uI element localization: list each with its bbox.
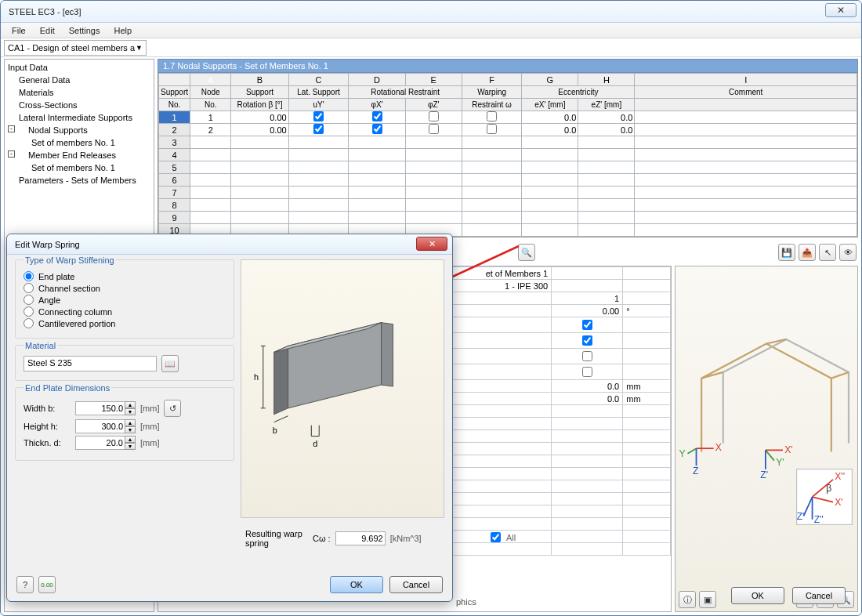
table-row[interactable]: 9 (159, 212, 857, 224)
tool-save-button[interactable]: 💾 (778, 244, 795, 261)
svg-text:Z': Z' (797, 511, 805, 522)
spin-down-icon[interactable]: ▼ (125, 408, 136, 415)
all-checkbox-row: All (487, 530, 516, 545)
grid-checkbox[interactable] (372, 124, 382, 134)
material-input[interactable]: Steel S 235 (24, 356, 157, 371)
tree-item[interactable]: Materials (8, 86, 150, 99)
zoom-details-button[interactable]: 🔍 (518, 244, 535, 261)
result-symbol: Cω : (313, 534, 331, 543)
grid-checkbox[interactable] (487, 111, 497, 121)
radio-row[interactable]: Cantilevered portion (24, 318, 226, 328)
menu-file[interactable]: File (5, 24, 32, 37)
stiffening-radio[interactable] (24, 306, 34, 317)
tree-item[interactable]: General Data (8, 74, 150, 86)
tree-expander-icon[interactable]: - (8, 125, 15, 132)
radio-label: Connecting column (38, 307, 112, 317)
tree-item[interactable]: Set of members No. 1 (8, 161, 150, 174)
dim-label: Thickn. d: (24, 438, 71, 448)
grid-checkbox[interactable] (429, 111, 439, 121)
table-row[interactable]: 110.000.00.0 (159, 111, 857, 124)
grid-checkbox[interactable] (429, 124, 439, 134)
dim-reset-button[interactable]: ↺ (164, 400, 181, 417)
tree-expander-icon[interactable]: - (8, 150, 15, 158)
dialog-ok-button[interactable]: OK (330, 576, 383, 593)
tool-view-button[interactable]: 👁 (839, 244, 857, 261)
stiffening-radio[interactable] (24, 318, 34, 328)
svg-text:b: b (273, 426, 277, 435)
radio-label: End plate (38, 272, 74, 281)
table-row[interactable]: 6 (159, 174, 857, 187)
dialog-help-button[interactable]: ? (16, 576, 34, 593)
tree-item[interactable]: Lateral Intermediate Supports (8, 111, 150, 124)
svg-line-2 (831, 372, 849, 379)
menu-settings[interactable]: Settings (63, 24, 107, 37)
edit-warp-spring-dialog: Edit Warp Spring ✕ Type of Warp Stiffeni… (6, 234, 453, 602)
stiffening-radio[interactable] (24, 283, 34, 293)
stiffening-radio[interactable] (24, 271, 34, 281)
grid-checkbox[interactable] (487, 124, 497, 134)
dim-input[interactable] (75, 419, 125, 433)
radio-row[interactable]: Connecting column (24, 306, 226, 317)
grid-checkbox[interactable] (372, 111, 382, 121)
dim-unit: [mm] (140, 438, 159, 448)
svg-line-34 (274, 416, 288, 422)
dialog-titlebar[interactable]: Edit Warp Spring ✕ (7, 234, 452, 255)
spin-up-icon[interactable]: ▲ (125, 401, 136, 408)
detail-checkbox[interactable] (582, 320, 592, 330)
menu-help[interactable]: Help (107, 24, 138, 37)
svg-text:Z: Z (693, 466, 699, 476)
dim-unit: [mm] (140, 422, 159, 431)
radio-row[interactable]: End plate (24, 271, 226, 281)
dim-input[interactable] (75, 401, 125, 415)
spin-down-icon[interactable]: ▼ (125, 443, 136, 450)
tree-item[interactable]: Set of members No. 1 (8, 136, 150, 149)
spin-up-icon[interactable]: ▲ (125, 436, 136, 443)
dialog-units-button[interactable]: 0.00 (38, 576, 56, 593)
viewer-info-button[interactable]: ⓘ (679, 591, 696, 608)
main-ok-button[interactable]: OK (731, 587, 784, 604)
radio-row[interactable]: Channel section (24, 283, 226, 293)
chevron-down-icon: ▼ (136, 44, 143, 52)
table-row[interactable]: 5 (159, 161, 857, 174)
spin-down-icon[interactable]: ▼ (125, 426, 136, 433)
table-row[interactable]: 7 (159, 187, 857, 199)
detail-checkbox[interactable] (582, 367, 592, 377)
spin-up-icon[interactable]: ▲ (125, 419, 136, 426)
material-library-button[interactable]: 📖 (161, 355, 179, 372)
dialog-cancel-button[interactable]: Cancel (389, 576, 443, 593)
detail-checkbox[interactable] (582, 335, 592, 346)
tree-item[interactable]: -Member End Releases (8, 149, 150, 161)
dim-input[interactable] (75, 436, 125, 450)
table-row[interactable]: 220.000.00.0 (159, 124, 857, 136)
close-button[interactable]: ✕ (825, 3, 857, 17)
tree-item[interactable]: Cross-Sections (8, 99, 150, 111)
detail-checkbox[interactable] (582, 351, 592, 361)
all-checkbox[interactable] (491, 532, 501, 542)
grid-checkbox[interactable] (313, 111, 324, 121)
tool-export-button[interactable]: 📤 (799, 244, 816, 261)
table-row[interactable]: 4 (159, 149, 857, 161)
table-row[interactable]: 8 (159, 199, 857, 212)
main-cancel-button[interactable]: Cancel (792, 587, 846, 604)
structure-viewer[interactable]: X Y Z X' Y' Z' X'' X (675, 266, 858, 612)
group-material-title: Material (24, 341, 57, 350)
result-value[interactable] (335, 531, 386, 545)
dialog-close-button[interactable]: ✕ (416, 237, 447, 251)
supports-grid[interactable]: ABCDEFGHI SupportNodeSupportLat. Support… (158, 73, 858, 237)
stiffening-radio[interactable] (24, 295, 34, 305)
result-label: Resulting warp spring (245, 529, 308, 548)
grid-title: 1.7 Nodal Supports - Set of Members No. … (158, 59, 858, 73)
result-row: Resulting warp spring Cω : [kNm^3] (241, 523, 444, 554)
table-row[interactable]: 3 (159, 136, 857, 149)
grid-checkbox[interactable] (313, 124, 324, 134)
viewer-cube-button[interactable]: ▣ (699, 591, 716, 608)
tree-header: Input Data (8, 61, 150, 74)
all-label: All (506, 533, 516, 542)
case-combo[interactable]: CA1 - Design of steel members a ▼ (4, 40, 147, 56)
menu-edit[interactable]: Edit (34, 24, 61, 37)
svg-text:d: d (313, 439, 317, 448)
tree-item[interactable]: -Nodal Supports (8, 124, 150, 136)
tree-item[interactable]: Parameters - Sets of Members (8, 174, 150, 187)
tool-pick-button[interactable]: ↖ (819, 244, 836, 261)
radio-row[interactable]: Angle (24, 295, 226, 305)
